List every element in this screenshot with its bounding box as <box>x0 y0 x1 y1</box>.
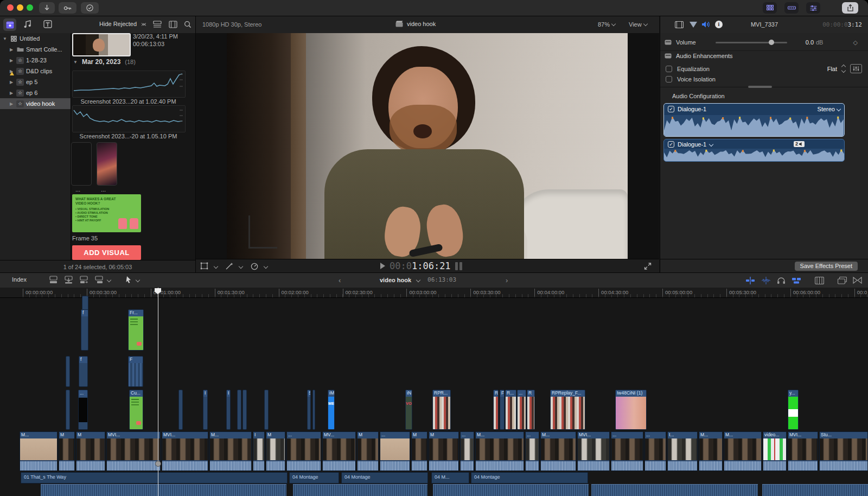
volume-slider[interactable] <box>716 42 787 43</box>
audio-meters-button[interactable] <box>455 262 462 270</box>
zoom-window-button[interactable] <box>27 4 33 11</box>
disclosure-triangle[interactable]: ▶ <box>9 101 14 106</box>
browser-section-header[interactable]: ▼ Mar 20, 2023 (18) <box>73 58 136 66</box>
sidebar-item-1-28-23[interactable]: ▶☆1-28-23 <box>0 55 71 66</box>
sidebar-tab-photos-audio[interactable] <box>23 20 34 29</box>
chevron-down-icon[interactable] <box>214 264 218 268</box>
save-effects-preset-button[interactable]: Save Effects Preset <box>795 262 858 271</box>
warning-icon <box>10 72 14 75</box>
next-project-button[interactable]: › <box>506 276 508 284</box>
timeline-project-switcher[interactable]: video hook 06:13:03 <box>380 276 456 283</box>
disclosure-triangle[interactable]: ▶ <box>9 91 14 96</box>
channel-checkbox[interactable]: ✓ <box>668 141 674 148</box>
viewer-project-title: video hook <box>395 21 436 27</box>
sidebar-item-smart-colle-[interactable]: ▶Smart Colle... <box>0 44 71 55</box>
video-frame[interactable] <box>227 33 628 259</box>
browser-clip-screenshot-2[interactable] <box>72 105 186 132</box>
sidebar-item-label: D&D clips <box>26 68 52 74</box>
channel-checkbox[interactable]: ✓ <box>668 106 674 112</box>
equalization-checkbox[interactable] <box>666 66 672 72</box>
disclosure-triangle[interactable]: ▶ <box>9 58 14 63</box>
show-timeline-button[interactable] <box>784 2 799 14</box>
overwrite-edit-button[interactable] <box>94 276 104 284</box>
chevron-down-icon[interactable] <box>239 264 243 268</box>
close-window-button[interactable] <box>7 4 14 11</box>
previous-project-button[interactable]: ‹ <box>339 276 341 284</box>
sidebar-item-untitled[interactable]: ▼Untitled <box>0 33 71 44</box>
disclosure-triangle[interactable]: ▼ <box>2 36 8 41</box>
sidebar-tab-libraries[interactable] <box>3 18 16 31</box>
browser-clip-phone-2[interactable] <box>97 142 117 186</box>
search-button[interactable] <box>184 21 192 28</box>
volume-value[interactable]: 0.0 <box>806 39 814 46</box>
sidebar-item-video-hook[interactable]: ▶☆video hook <box>0 98 71 109</box>
skimming-toggle[interactable] <box>745 277 755 284</box>
show-browser-button[interactable] <box>763 2 777 14</box>
sidebar-item-ep-5[interactable]: ▶☆ep 5 <box>0 77 71 87</box>
snapping-toggle[interactable] <box>792 277 801 284</box>
index-button[interactable]: Index <box>12 276 27 283</box>
browser-clip-banner[interactable]: ADD VISUAL <box>72 245 141 260</box>
chevron-down-icon[interactable] <box>709 142 713 146</box>
slide-title: WHAT MAKES A GREAT VIDEO HOOK? <box>75 197 119 205</box>
waveform <box>664 149 844 161</box>
sidebar-item-ep-6[interactable]: ▶☆ep 6 <box>0 87 71 98</box>
browser-clip-screenshot-1[interactable] <box>72 71 186 98</box>
minimize-window-button[interactable] <box>17 4 23 11</box>
append-edit-button[interactable] <box>79 276 88 284</box>
background-tasks-button[interactable] <box>81 2 99 14</box>
search-icon <box>184 21 192 28</box>
audio-skimming-toggle[interactable] <box>761 277 771 284</box>
disclosure-triangle[interactable]: ▶ <box>9 80 14 85</box>
timeline-ruler[interactable]: 00:00:00:0000:00:30:0000:01:00:0000:01:3… <box>0 288 868 298</box>
clip-date: 3/20/23, 4:11 PM <box>133 33 178 40</box>
keyframe-diamond-icon[interactable]: ◇ <box>853 39 858 46</box>
volume-slider-thumb[interactable] <box>769 40 774 45</box>
import-media-button[interactable] <box>39 2 55 14</box>
audio-channel-1[interactable]: ✓ Dialogue-1 Stereo <box>663 103 845 137</box>
channel-mode-dropdown[interactable]: Stereo <box>818 106 840 112</box>
browser-grid-icon <box>767 5 774 11</box>
pane-resize-handle[interactable] <box>748 86 772 88</box>
browser-clip-slide[interactable]: WHAT MAKES A GREAT VIDEO HOOK? • VISUAL … <box>72 194 141 232</box>
viewer-view-dropdown[interactable]: View <box>629 21 647 28</box>
keyword-editor-button[interactable] <box>59 2 76 14</box>
equalizer-editor-button[interactable] <box>850 64 862 73</box>
list-view-button[interactable] <box>153 21 162 28</box>
insert-edit-button[interactable] <box>64 276 73 284</box>
trim-bowtie-button[interactable] <box>853 277 862 284</box>
transform-crop-tool[interactable] <box>200 262 209 270</box>
fullscreen-button[interactable] <box>644 263 652 270</box>
play-button[interactable] <box>380 263 385 269</box>
stepper-chevrons[interactable] <box>842 65 845 72</box>
share-button[interactable] <box>842 2 858 14</box>
thumbnail-face <box>93 39 105 52</box>
door-frame <box>291 33 306 259</box>
viewer-controls: 00:01:06:21 <box>196 259 659 273</box>
tool-options-chevron[interactable] <box>136 277 140 282</box>
disclosure-triangle[interactable]: ▶ <box>9 47 14 52</box>
retime-tool[interactable] <box>250 262 259 270</box>
connect-edit-button[interactable] <box>49 276 58 284</box>
edit-options-chevron[interactable] <box>107 277 111 282</box>
solo-headphones-toggle[interactable] <box>777 276 786 284</box>
timeline-windows-button[interactable] <box>838 277 847 284</box>
clip-appearance-button[interactable] <box>815 277 824 284</box>
select-tool-button[interactable] <box>125 276 132 284</box>
audio-channel-2[interactable]: ✓ Dialogue-1 2 <box>663 139 845 162</box>
person-mouth <box>413 124 432 138</box>
timeline-icon <box>788 5 796 11</box>
effects-wand-tool[interactable] <box>225 262 234 270</box>
chevron-down-icon[interactable] <box>264 264 268 268</box>
equalization-value[interactable]: Flat <box>827 66 837 72</box>
voice-isolation-checkbox[interactable] <box>666 76 672 82</box>
volume-label: Volume <box>676 39 696 46</box>
filter-dropdown[interactable]: Hide Rejected <box>99 21 145 27</box>
browser-clip-phone-1[interactable] <box>71 142 92 186</box>
browser-clip-thumbnail[interactable] <box>72 33 131 56</box>
sidebar-item-d-d-clips[interactable]: ▶☆D&D clips <box>0 66 71 77</box>
show-inspector-button[interactable] <box>806 2 820 14</box>
sidebar-tab-titles[interactable] <box>43 20 54 29</box>
viewer-zoom-dropdown[interactable]: 87% <box>598 21 615 28</box>
filmstrip-view-button[interactable] <box>169 21 177 28</box>
